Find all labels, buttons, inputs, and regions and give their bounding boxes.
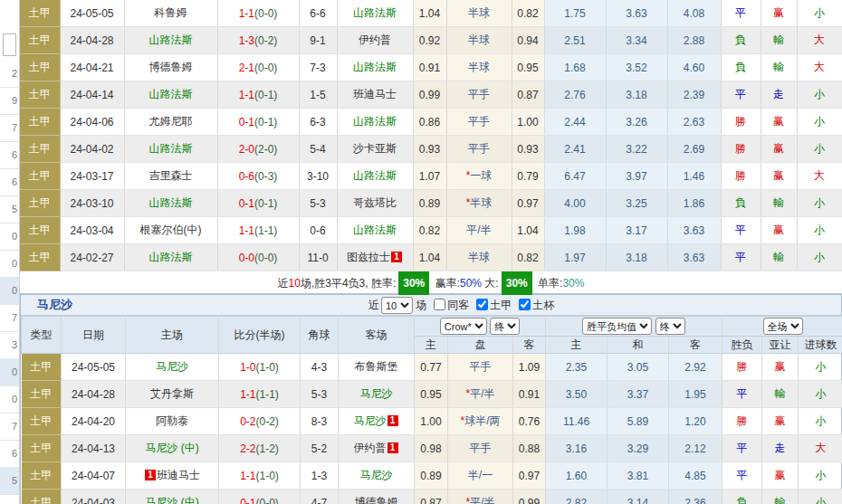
- cell-ea: 4.60: [667, 54, 721, 81]
- cell-eh: 2.44: [544, 109, 606, 136]
- league-checkbox[interactable]: [476, 299, 488, 310]
- cell-hh: 1.04: [413, 0, 446, 27]
- fulltime-score: 1-1: [240, 388, 255, 401]
- team-name: 吉里森士: [149, 169, 193, 182]
- cell-ha: 0.95: [512, 54, 544, 81]
- team-name: 班迪马士: [157, 469, 200, 481]
- result-value: 赢: [773, 142, 784, 155]
- cell-wdl: 勝: [722, 408, 762, 435]
- halftime-score: (0-0): [254, 62, 277, 74]
- cell-eh: 1.97: [544, 244, 606, 271]
- cell-goals: 小: [799, 381, 842, 408]
- odds-average-select[interactable]: 胜平负均值: [582, 318, 652, 335]
- fulltime-score: 1-3: [239, 34, 254, 47]
- cell-goals: 小: [797, 109, 842, 136]
- cell-ed: 3.18: [606, 81, 667, 109]
- cell-ha: 0.88: [513, 435, 546, 462]
- cell-line: *球半/两: [448, 408, 513, 435]
- cell-type: 土甲: [20, 54, 60, 81]
- bookmaker-select[interactable]: Crow*: [440, 318, 487, 335]
- cutoff-number: 9: [0, 87, 19, 115]
- cell-eh: 1.68: [544, 54, 606, 81]
- cutoff-number: 0: [0, 358, 19, 386]
- result-value: 走: [775, 442, 786, 454]
- halftime-score: (0-3): [254, 170, 277, 183]
- cell-wdl: 平: [722, 462, 762, 490]
- same-away-label[interactable]: 同客: [447, 299, 469, 311]
- cell-type: 土甲: [20, 136, 60, 163]
- cell-date: 24-05-05: [60, 0, 124, 27]
- cell-away: 马尼沙: [339, 462, 415, 490]
- cell-corner: 1-5: [299, 81, 337, 109]
- result-value: 大: [814, 61, 825, 73]
- cell-line: 半球: [446, 244, 512, 271]
- match-row: 土甲24-05-05科鲁姆1-1(0-0)6-6山路法斯1.04半球0.821.…: [20, 0, 842, 27]
- col-header-home: 主场: [126, 317, 219, 354]
- cell-score: 1-1(1-0): [219, 462, 301, 490]
- cell-ed: 3.18: [606, 244, 667, 271]
- cutoff-number: 0: [0, 277, 19, 305]
- result-value: 赢: [773, 169, 784, 182]
- result-value: 平: [735, 6, 746, 19]
- cell-eh: 2.41: [544, 136, 606, 163]
- cell-hh: 0.95: [415, 381, 448, 408]
- result-value: 赢: [775, 469, 786, 481]
- final-odds-select-2[interactable]: 终: [655, 318, 685, 335]
- halftime-score: (0-0): [254, 7, 277, 20]
- cell-ah: 赢: [762, 354, 799, 381]
- cell-date: 24-03-04: [60, 217, 124, 244]
- same-away-checkbox[interactable]: [434, 299, 445, 310]
- cell-line: *平/半: [448, 490, 513, 504]
- result-value: 小: [816, 360, 827, 373]
- cell-ed: 3.05: [608, 354, 669, 381]
- cell-wdl: 平: [722, 381, 762, 408]
- team-name: 阿勒泰: [156, 414, 188, 427]
- cell-score: 2-2(1-2): [219, 435, 301, 462]
- cell-goals: 小: [797, 0, 842, 27]
- scope-select[interactable]: 全场: [763, 318, 803, 335]
- league-label[interactable]: 土甲: [490, 299, 512, 311]
- cell-away: 伊约普: [337, 27, 413, 54]
- cell-ed: 3.81: [608, 462, 669, 490]
- cell-date: 24-03-10: [60, 190, 124, 217]
- section-titlebar: 马尼沙 近10 场同客土甲土杯: [21, 295, 841, 316]
- team-name: 山路法斯: [353, 6, 397, 19]
- cutoff-number: 0: [0, 385, 19, 414]
- cell-away: 哥兹塔比: [337, 190, 413, 217]
- cell-ea: 2.88: [667, 27, 721, 54]
- cell-ah: 赢: [761, 109, 797, 136]
- team-name: 山路法斯: [353, 61, 397, 73]
- cell-hh: 0.99: [413, 81, 446, 109]
- cell-away: 博德鲁姆: [339, 490, 415, 504]
- result-value: 輸: [773, 61, 784, 73]
- team-name: 山路法斯: [149, 142, 193, 155]
- result-value: 負: [737, 496, 748, 504]
- cell-corner: 5-3: [301, 381, 339, 408]
- recent-matches-table-1: 土甲24-05-05科鲁姆1-1(0-0)6-6山路法斯1.04半球0.821.…: [20, 0, 842, 271]
- result-value: 平: [735, 223, 746, 236]
- cell-score: 2-1(0-0): [217, 54, 299, 81]
- cell-ah: 輸: [762, 490, 799, 504]
- games-label: 场: [416, 299, 426, 311]
- cell-ea: 2.12: [669, 435, 722, 462]
- cell-away: 山路法斯: [337, 163, 413, 190]
- cell-away: 伊约普1: [339, 435, 415, 462]
- final-odds-select-1[interactable]: 终: [490, 318, 520, 335]
- fulltime-score: 0-1: [239, 116, 254, 128]
- result-value: 勝: [735, 142, 746, 155]
- halftime-score: (0-2): [254, 34, 277, 47]
- cell-goals: 大: [797, 54, 842, 81]
- cup-checkbox[interactable]: [519, 299, 531, 310]
- cell-score: 1-1(1-1): [217, 217, 299, 244]
- cell-away: 山路法斯: [337, 54, 413, 81]
- col-header-handicap-line: 盘: [448, 337, 513, 354]
- cup-label[interactable]: 土杯: [532, 299, 554, 311]
- result-value: 平: [735, 88, 746, 100]
- result-value: 平: [737, 442, 748, 454]
- cell-line: 平/半: [446, 217, 512, 244]
- cell-away: 沙卡亚斯: [337, 136, 413, 163]
- cell-goals: 小: [797, 190, 842, 217]
- cell-ed: 3.34: [606, 27, 667, 54]
- near-count-select[interactable]: 10: [381, 297, 413, 314]
- cell-eh: 3.16: [546, 435, 608, 462]
